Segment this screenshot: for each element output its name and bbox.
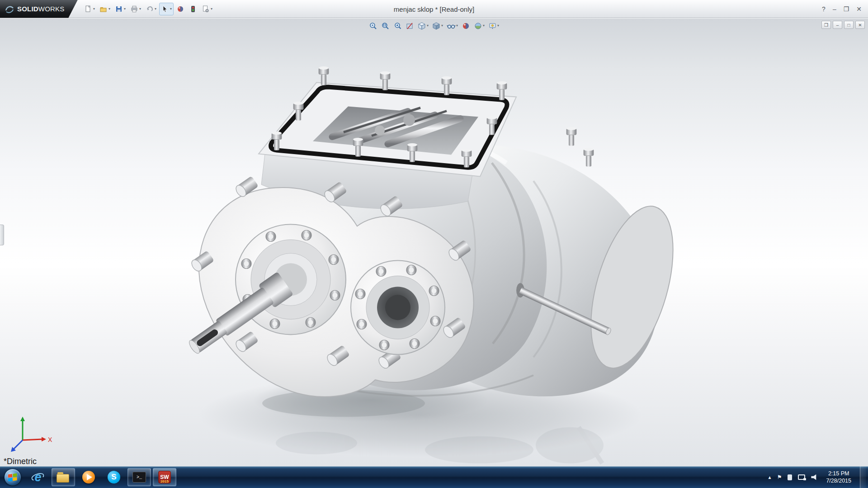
select-cursor-icon [161,5,169,13]
command-prompt-icon: >_ [132,472,146,483]
taskbar-apps: e S >_ SW 2015 [25,466,177,488]
clock-date: 7/28/2015 [826,477,851,484]
dropdown-caret: ▾ [441,24,443,28]
windows-flag-icon [8,473,17,481]
solidworks-logo: SOLIDWORKS [0,0,78,18]
zoom-to-fit-button[interactable] [368,20,378,32]
rebuild-traffic-light-icon [189,5,197,13]
solidworks-version-badge: 2015 [159,480,170,483]
document-minimize-button[interactable]: – [833,21,842,29]
close-button[interactable]: ✕ [856,6,862,12]
view-settings-button[interactable]: ▾ [487,20,500,32]
appearance-ball-icon [176,5,184,13]
clock-time: 2:15 PM [826,470,851,477]
y-axis-arrow [20,417,25,421]
new-document-icon [84,5,92,13]
taskbar-item-media-player[interactable] [77,468,100,486]
zoom-to-fit-icon [369,22,377,30]
zoom-to-area-button[interactable] [380,20,391,32]
taskpane-splitter-handle[interactable] [0,225,4,245]
taskbar: e S >_ SW 2015 [0,466,868,488]
zoom-to-area-icon [381,22,390,30]
x-axis-arrow [42,437,46,441]
start-button[interactable] [0,466,25,488]
dropdown-caret: ▾ [456,24,458,28]
taskbar-item-internet-explorer[interactable]: e [26,468,50,486]
graphics-viewport[interactable]: ▾ ▾ ▾ [0,19,868,466]
print-icon [130,5,138,13]
dropdown-caret: ▾ [124,7,126,11]
minimize-button[interactable]: – [833,6,836,12]
undo-button[interactable]: ▾ [144,3,158,15]
solidworks-app-icon: SW 2015 [158,471,171,483]
solidworks-wordmark: SOLIDWORKS [17,5,65,13]
edit-appearance-button[interactable] [175,3,186,15]
screen: SOLIDWORKS ▾ ▾ [0,0,868,488]
previous-view-button[interactable] [392,20,403,32]
dropdown-caret: ▾ [108,7,110,11]
dropdown-caret: ▾ [211,7,212,11]
volume-icon[interactable] [811,474,817,480]
rebuild-button[interactable] [187,3,199,15]
action-center-flag-icon[interactable]: ⚑ [777,474,782,480]
dropdown-caret: ▾ [93,7,95,11]
taskbar-item-skype[interactable]: S [102,468,126,486]
system-tray: ▴ ⚑ 2:15 PM 7/28/2015 [769,466,868,488]
dropdown-caret: ▾ [139,7,141,11]
view-orientation-cube-icon [418,22,426,30]
dropdown-caret: ▾ [155,7,156,11]
options-button[interactable]: ▾ [200,3,214,15]
section-view-button[interactable] [405,20,415,32]
heads-up-view-toolbar: ▾ ▾ ▾ [368,20,500,32]
hide-show-items-button[interactable]: ▾ [446,20,459,32]
tray-status-icon[interactable] [788,474,792,480]
brand-bold: SOLID [17,5,38,13]
open-folder-icon [99,5,108,13]
select-tool-button[interactable]: ▾ [159,3,174,15]
help-button[interactable]: ? [822,6,826,12]
media-player-icon [82,471,95,483]
display-style-button[interactable]: ▾ [431,20,444,32]
brand-light: WORKS [38,5,65,13]
apply-scene-button[interactable]: ▾ [473,20,486,32]
hide-show-glasses-icon [447,22,456,30]
view-orientation-label: *Dimetric [4,457,37,466]
window-controls: ? – ❐ ✕ [822,6,868,12]
save-icon [115,5,123,13]
gearbox-assembly-model[interactable] [0,19,868,466]
taskbar-clock[interactable]: 2:15 PM 7/28/2015 [823,470,854,485]
undo-icon [146,5,154,13]
dropdown-caret: ▾ [483,24,485,28]
x-axis-label: X [48,436,52,443]
taskbar-item-command-prompt[interactable]: >_ [127,468,151,486]
print-button[interactable]: ▾ [128,3,143,15]
dropdown-caret: ▾ [497,24,499,28]
display-style-icon [432,22,441,30]
show-hidden-icons-button[interactable]: ▴ [769,474,771,480]
network-icon[interactable] [798,474,805,480]
taskbar-item-solidworks[interactable]: SW 2015 [153,468,176,486]
windows-orb-icon [4,469,21,486]
edit-appearance-ball-icon [462,22,470,30]
document-restore-button[interactable]: ❐ [821,21,831,29]
document-window-controls: ❐ – □ ✕ [821,21,865,29]
menu-bar: SOLIDWORKS ▾ ▾ [0,0,868,18]
edit-appearance-hud-button[interactable] [461,20,471,32]
restore-button[interactable]: ❐ [844,6,849,12]
document-maximize-button[interactable]: □ [844,21,854,29]
file-explorer-icon [57,472,70,483]
3ds-swoosh-icon [5,5,14,14]
dropdown-caret: ▾ [170,7,172,11]
taskbar-item-file-explorer[interactable] [52,468,75,486]
view-orientation-button[interactable]: ▾ [417,20,429,32]
apply-scene-icon [474,22,482,30]
new-document-button[interactable]: ▾ [82,3,97,15]
bearing-boss-right[interactable] [351,261,445,355]
open-button[interactable]: ▾ [98,3,112,15]
document-title: menjac sklop * [Read-only] [394,0,474,18]
save-button[interactable]: ▾ [113,3,127,15]
internet-explorer-icon: e [31,470,45,484]
view-settings-icon [488,22,497,30]
show-desktop-button[interactable] [860,466,866,488]
document-close-button[interactable]: ✕ [855,21,865,29]
